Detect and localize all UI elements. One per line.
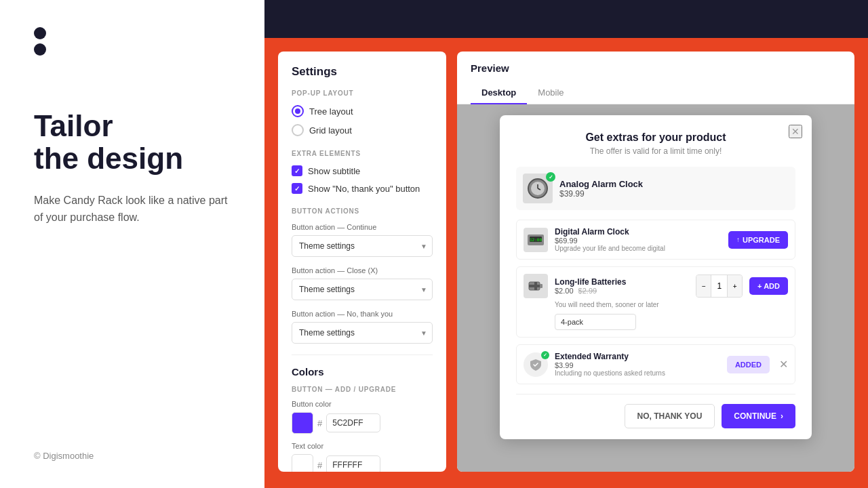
text-color-input[interactable] [326,455,380,472]
radio-circle-tree [292,105,304,117]
button-color-swatch[interactable] [292,412,313,434]
headline-line1: Tailor [34,109,113,142]
product-check-icon [546,172,555,182]
checkbox-label-no-thanks: Show "No, thank you" button [308,184,420,194]
warranty-desc: Including no questions asked returns [555,369,720,377]
preview-title: Preview [471,62,841,74]
preview-tabs: Desktop Mobile [471,82,841,104]
text-color-input-row: # [292,454,433,472]
batteries-price: $2.00 $2.99 [555,287,689,295]
product-details: Analog Alarm Clock $39.99 [559,179,643,199]
warranty-name: Extended Warranty [555,352,720,361]
upsell-warranty: Extended Warranty $3.99 Including no que… [516,344,795,384]
qty-decrease-button[interactable]: − [696,275,711,297]
button-color-input[interactable] [326,413,380,432]
copyright: © Digismoothie [34,451,231,461]
warranty-price: $3.99 [555,361,720,369]
continue-arrow-icon: › [781,411,783,421]
text-color-row: Text color # [292,442,433,472]
upsell-digital-clock: 12:00 Digital Alarm Clock $69.99 Upgrade… [516,220,795,260]
button-color-label: Button color [292,400,433,408]
checkbox-label-subtitle: Show subtitle [308,166,360,176]
upgrade-arrow-icon: ↑ [736,236,740,243]
btn-action-no-label: Button action — No, thank you [292,310,433,318]
color-section-label: BUTTON — ADD / UPGRADE [292,386,433,393]
digital-clock-icon: 12:00 [526,230,545,249]
tab-mobile[interactable]: Mobile [527,82,574,104]
top-bar [264,0,868,38]
quantity-stepper[interactable]: − 1 + [696,274,743,298]
digital-clock-desc: Upgrade your life and become digital [555,245,722,252]
warranty-check-icon [541,351,549,359]
settings-panel: Settings POP-UP LAYOUT Tree layout Grid … [278,52,446,472]
svg-rect-10 [534,282,537,290]
radio-grid-layout[interactable]: Grid layout [292,124,433,136]
upsell-batteries: Long-life Batteries $2.00 $2.99 − 1 + [516,266,795,338]
added-button[interactable]: ADDED [727,356,770,373]
radio-tree-layout[interactable]: Tree layout [292,105,433,117]
button-color-input-row: # [292,412,433,434]
qty-increase-button[interactable]: + [727,275,742,297]
button-actions-label: BUTTON ACTIONS [292,207,433,215]
headline-line2: the design [34,142,183,175]
batteries-top: Long-life Batteries $2.00 $2.99 − 1 + [524,274,788,298]
logo-dot-top [34,27,46,39]
no-thanks-button[interactable]: NO, THANK YOU [625,404,715,428]
add-batteries-button[interactable]: + ADD [749,277,788,295]
product-name: Analog Alarm Clock [559,179,643,189]
batteries-image [524,274,548,298]
qty-value: 1 [711,281,727,291]
headline: Tailor the design [34,110,231,176]
extra-elements-group: Show subtitle Show "No, thank you" butto… [292,165,433,194]
upgrade-button[interactable]: ↑ UPGRADE [728,231,788,249]
product-price: $39.99 [559,189,643,199]
upgrade-btn-label: UPGRADE [743,236,780,244]
remove-warranty-button[interactable]: ✕ [779,358,788,371]
hash-symbol-btn: # [317,418,322,428]
logo-dot-bottom [34,43,46,56]
modal-subheadline: The offer is valid for a limit time only… [516,146,795,156]
digital-clock-price: $69.99 [555,237,722,245]
text-color-label: Text color [292,442,433,450]
modal-close-button[interactable]: ✕ [789,125,802,138]
checkbox-icon-subtitle [292,165,302,176]
svg-text:12:00: 12:00 [530,237,542,242]
btn-action-close-select[interactable]: Theme settings [292,279,433,300]
current-product: Analog Alarm Clock $39.99 [516,167,795,210]
subtext: Make Candy Rack look like a native part … [34,192,231,226]
preview-body: ✕ Get extras for your product The offer … [457,104,854,472]
btn-action-continue-wrapper: Theme settings ▼ [292,235,433,257]
batteries-desc: You will need them, sooner or later [555,301,788,308]
preview-panel: Preview Desktop Mobile ✕ Get extras for … [457,52,854,472]
btn-action-close-label: Button action — Close (X) [292,266,433,274]
logo [34,27,231,56]
batteries-info: Long-life Batteries $2.00 $2.99 [555,277,689,295]
continue-button[interactable]: CONTINUE › [722,404,795,428]
checkbox-show-no-thanks[interactable]: Show "No, thank you" button [292,183,433,194]
radio-circle-grid [292,124,304,136]
colors-title: Colors [292,366,433,378]
btn-action-continue-select[interactable]: Theme settings [292,235,433,257]
settings-title: Settings [292,65,433,79]
batteries-name: Long-life Batteries [555,277,689,287]
radio-label-tree: Tree layout [309,106,353,117]
main-content: Settings POP-UP LAYOUT Tree layout Grid … [264,38,868,488]
digital-clock-info: Digital Alarm Clock $69.99 Upgrade your … [555,227,722,252]
right-panel: Settings POP-UP LAYOUT Tree layout Grid … [264,0,868,488]
digital-clock-name: Digital Alarm Clock [555,227,722,237]
btn-action-close-wrapper: Theme settings ▼ [292,279,433,300]
digital-clock-image: 12:00 [524,228,548,252]
warranty-info: Extended Warranty $3.99 Including no que… [555,352,720,377]
svg-rect-8 [540,284,542,288]
continue-btn-label: CONTINUE [734,411,776,421]
btn-action-no-select[interactable]: Theme settings [292,322,433,344]
popup-layout-label: POP-UP LAYOUT [292,89,433,97]
btn-action-no-wrapper: Theme settings ▼ [292,322,433,344]
layout-radio-group: Tree layout Grid layout [292,105,433,136]
checkbox-show-subtitle[interactable]: Show subtitle [292,165,433,176]
warranty-shield-icon [529,358,542,371]
pack-select[interactable]: 4-pack [555,314,636,330]
text-color-swatch[interactable] [292,454,313,472]
extra-elements-label: EXTRA ELEMENTS [292,150,433,157]
tab-desktop[interactable]: Desktop [471,82,527,104]
